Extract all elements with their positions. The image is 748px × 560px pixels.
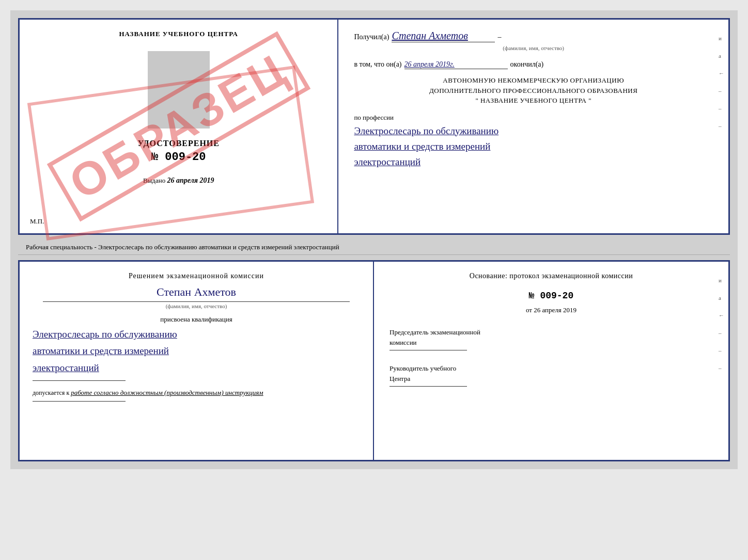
main-container: НАЗВАНИЕ УЧЕБНОГО ЦЕНТРА ОБРАЗЕЦ УДОСТОВ… (10, 10, 738, 469)
org-line1: АВТОНОМНУЮ НЕКОММЕРЧЕСКУЮ ОРГАНИЗАЦИЮ (354, 75, 713, 86)
dopuskaetsya-block: допускается к работе согласно должностны… (33, 389, 360, 397)
vydano-date: 26 апреля 2019 (167, 177, 214, 184)
mp-label: М.П. (30, 217, 44, 226)
recipient-name-bottom: Степан Ахметов (33, 285, 360, 299)
okonchill-label: окончил(а) (510, 60, 544, 69)
separator-label: Рабочая специальность - Электрослесарь п… (18, 240, 730, 255)
recipient-name-top: Степан Ахметов (392, 30, 495, 42)
vydano-label: Выдано (143, 177, 165, 184)
rukovoditel-block: Руководитель учебного Центра (389, 363, 713, 387)
rukovoditel-line2: Центра (389, 374, 713, 384)
predsedatel-sig-line (389, 350, 467, 350)
ot-date: 26 апреля 2019 (534, 306, 576, 314)
rukovoditel-line1: Руководитель учебного (389, 363, 713, 374)
poluchil-label: Получил(а) (354, 33, 389, 41)
vtom-block: в том, что он(а) 26 апреля 2019г. окончи… (354, 60, 713, 69)
right-side-marks-bottom: и а ← – – – (719, 277, 724, 371)
osnovanie-title: Основание: протокол экзаменационной коми… (389, 272, 713, 280)
dopusk-text: работе согласно должностным (производств… (71, 389, 263, 396)
predsedatel-line2: комиссии (389, 338, 713, 348)
qualification-line1: Электрослесарь по обслуживанию (33, 326, 360, 343)
qualification-line3: электростанций (33, 360, 360, 376)
center-title-top: НАЗВАНИЕ УЧЕБНОГО ЦЕНТРА (119, 30, 238, 38)
predsedatel-line1: Председатель экзаменационной (389, 327, 713, 338)
qualification-line2: автоматики и средств измерений (33, 343, 360, 359)
qual-sig-line (33, 380, 126, 381)
org-block: АВТОНОМНУЮ НЕКОММЕРЧЕСКУЮ ОРГАНИЗАЦИЮ ДО… (354, 75, 713, 106)
resheniem-title: Решением экзаменационной комиссии (33, 272, 360, 280)
completion-date: 26 апреля 2019г. (404, 60, 508, 69)
fio-label-top: (фамилия, имя, отчество) (354, 45, 713, 51)
profession-line2: автоматики и средств измерений (354, 139, 713, 154)
separator-text: Рабочая специальность - Электрослесарь п… (26, 243, 339, 251)
doc-bottom-right: Основание: протокол экзаменационной коми… (374, 262, 728, 460)
document-bottom: Решением экзаменационной комиссии Степан… (18, 260, 730, 461)
right-side-marks-top: и а ← – – – (719, 35, 724, 129)
rukovoditel-sig-line (389, 386, 467, 387)
doc-bottom-left: Решением экзаменационной комиссии Степан… (20, 262, 374, 460)
prisvoena-label: присвоена квалификация (33, 315, 360, 324)
dopuskaetsya-label: допускается к (33, 389, 69, 396)
profession-line3: электростанций (354, 154, 713, 170)
proto-number: № 009-20 (389, 291, 713, 301)
photo-placeholder (148, 51, 210, 129)
po-professii-label: по профессии (354, 114, 713, 122)
ot-label: от (526, 306, 532, 314)
profession-line1: Электрослесарь по обслуживанию (354, 123, 713, 139)
ot-date-block: от 26 апреля 2019 (389, 306, 713, 314)
poluchil-line: Получил(а) Степан Ахметов – (354, 30, 713, 42)
doc-right-top: Получил(а) Степан Ахметов – (фамилия, им… (338, 20, 728, 233)
dopusk-sig-line (33, 401, 126, 402)
cert-title: УДОСТОВЕРЕНИЕ (137, 139, 220, 148)
org-line2: ДОПОЛНИТЕЛЬНОГО ПРОФЕССИОНАЛЬНОГО ОБРАЗО… (354, 86, 713, 96)
dash1: – (497, 33, 501, 41)
predsedatel-block: Председатель экзаменационной комиссии (389, 327, 713, 350)
fio-label-bottom: (фамилия, имя, отчество) (43, 301, 350, 309)
document-top: НАЗВАНИЕ УЧЕБНОГО ЦЕНТРА ОБРАЗЕЦ УДОСТОВ… (18, 18, 730, 235)
cert-number: № 009-20 (151, 151, 206, 164)
org-line3: " НАЗВАНИЕ УЧЕБНОГО ЦЕНТРА " (354, 95, 713, 106)
doc-left-top: НАЗВАНИЕ УЧЕБНОГО ЦЕНТРА ОБРАЗЕЦ УДОСТОВ… (20, 20, 338, 233)
vtom-label: в том, что он(а) (354, 60, 401, 69)
vydano-block: Выдано 26 апреля 2019 (143, 177, 214, 185)
